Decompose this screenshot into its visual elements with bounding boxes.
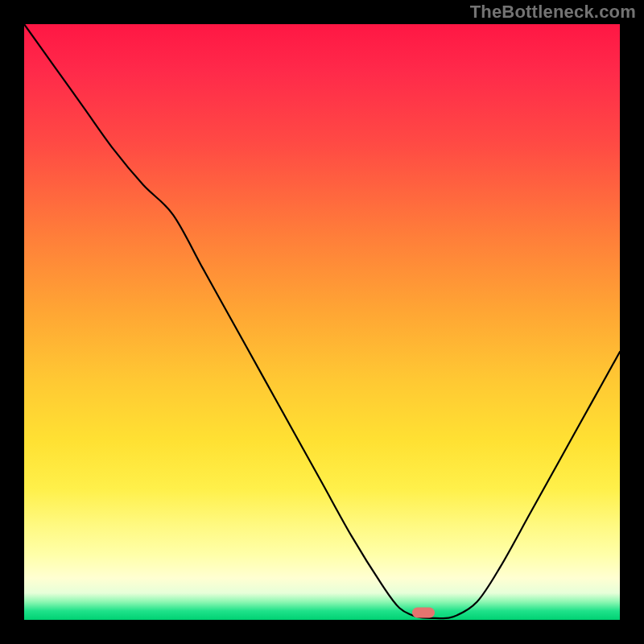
curve-path bbox=[24, 24, 620, 618]
chart-frame: TheBottleneck.com bbox=[0, 0, 644, 644]
bottleneck-curve bbox=[24, 24, 620, 620]
watermark-label: TheBottleneck.com bbox=[470, 2, 636, 23]
optimum-marker bbox=[412, 608, 435, 618]
plot-area bbox=[24, 24, 620, 620]
